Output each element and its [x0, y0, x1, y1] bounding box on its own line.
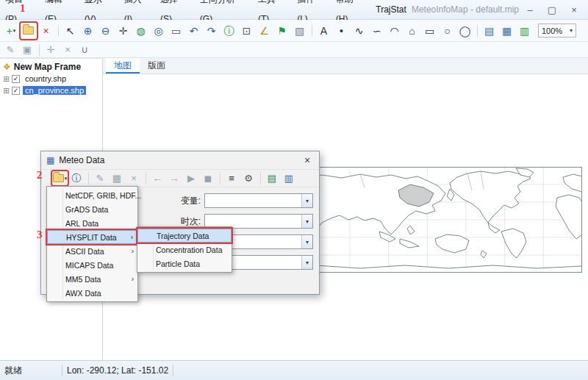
- data-info-icon[interactable]: ⓘ: [69, 171, 85, 185]
- separator: [312, 25, 312, 37]
- zoom-to-layer-icon[interactable]: ◎: [151, 23, 167, 39]
- insert-image-icon[interactable]: ▧: [292, 23, 308, 39]
- field-combobox[interactable]: ▾: [204, 193, 313, 208]
- remove-layer-icon[interactable]: ×: [38, 23, 54, 39]
- polyline-tool-icon[interactable]: ∿: [351, 23, 368, 39]
- tab-layout[interactable]: 版面: [140, 58, 173, 74]
- new-layer-icon[interactable]: + ▾: [3, 23, 19, 39]
- menu-item-label: HYSPLIT Data: [66, 233, 117, 242]
- icon-glyph: ▶: [187, 173, 195, 183]
- curve-tool-icon[interactable]: ∽: [369, 23, 385, 39]
- menu-item-hysplit[interactable]: HYSPLIT Data ›: [47, 230, 137, 244]
- draw-data-icon[interactable]: ✎: [93, 171, 108, 185]
- animate-icon[interactable]: ▶: [184, 171, 199, 185]
- stop-icon[interactable]: ◼: [201, 171, 216, 185]
- full-extent-icon[interactable]: ◍: [133, 23, 149, 39]
- expander-icon[interactable]: ⊞: [2, 87, 10, 95]
- delete-feature-icon[interactable]: ×: [60, 43, 76, 57]
- menu-trajstat[interactable]: TrajStat: [370, 0, 412, 20]
- tab-map[interactable]: 地图: [106, 58, 140, 74]
- status-bar: 就绪 Lon: -290.12; Lat: -151.02: [0, 360, 588, 380]
- create-layer-icon[interactable]: ▤: [265, 171, 280, 185]
- open-file-icon[interactable]: [21, 23, 37, 39]
- attribute-table-icon[interactable]: ▦: [499, 23, 515, 39]
- arc-tool-icon[interactable]: ◠: [387, 23, 403, 39]
- data-list-icon[interactable]: ≡: [224, 171, 240, 185]
- folder-glyph: [53, 174, 64, 182]
- dialog-title-bar[interactable]: ▦ Meteo Data ×: [41, 151, 319, 170]
- close-button[interactable]: ×: [563, 0, 585, 20]
- layer-country[interactable]: ⊞ ✓ country.shp: [0, 73, 102, 85]
- combo-arrow-icon[interactable]: ▾: [301, 215, 312, 228]
- menu-item-arl[interactable]: ARL Data: [47, 216, 137, 230]
- lasso-select-icon[interactable]: ∪: [77, 43, 93, 57]
- undo-icon[interactable]: ↶: [186, 23, 202, 39]
- label-icon[interactable]: ⚑: [274, 23, 290, 39]
- menu-item-label: ASCII Data: [65, 247, 104, 256]
- menu-item-grads[interactable]: GrADS Data: [47, 202, 137, 216]
- measure-icon[interactable]: ∠: [257, 23, 273, 39]
- layers-view-icon[interactable]: ▤: [481, 23, 498, 39]
- remove-data-icon[interactable]: ×: [126, 171, 142, 185]
- icon-glyph: ◎: [154, 26, 162, 36]
- settings-icon[interactable]: ⚙: [241, 171, 257, 185]
- icon-glyph: ✛: [119, 26, 128, 36]
- combo-arrow-icon[interactable]: ▾: [301, 194, 312, 207]
- dialog-toolbar: ▾ ⓘ ✎ ▦: [41, 170, 319, 187]
- menu-item-netcdf[interactable]: NetCDF, GRIB, HDF...: [47, 188, 137, 202]
- edit-toolbar-icons: ✎ ▣ ✛ ×: [2, 43, 93, 57]
- separator: [477, 25, 478, 37]
- identify-icon[interactable]: ⓘ: [221, 23, 237, 39]
- menu-item-micaps[interactable]: MICAPS Data: [47, 258, 137, 272]
- zoom-in-icon[interactable]: ⊕: [80, 23, 96, 39]
- icon-glyph: ○: [444, 26, 450, 36]
- zoom-window-icon[interactable]: ▭: [168, 23, 184, 39]
- combo-arrow-icon[interactable]: ▾: [301, 256, 312, 269]
- combo-arrow-icon[interactable]: ▾: [301, 235, 312, 248]
- select-tool-icon[interactable]: ↖: [62, 23, 79, 39]
- menu-item-ascii[interactable]: ASCII Data ›: [47, 244, 137, 258]
- save-edits-icon[interactable]: ▣: [20, 43, 35, 57]
- icon-glyph: ∿: [355, 26, 364, 36]
- layer-cn-province[interactable]: ⊞ ✓ cn_province.shp: [0, 85, 102, 96]
- zoom-level-combo[interactable]: 100% ▾: [538, 24, 576, 37]
- ellipse-tool-icon[interactable]: ◯: [457, 23, 473, 39]
- report-icon[interactable]: ▥: [517, 23, 533, 39]
- circle-tool-icon[interactable]: ○: [440, 23, 456, 39]
- icon-glyph: ✎: [7, 45, 15, 54]
- submenu-item-particle[interactable]: Particle Data: [137, 257, 232, 270]
- select-feature-icon[interactable]: ⊡: [239, 23, 255, 39]
- icon-glyph: •: [340, 26, 343, 36]
- icon-glyph: ⊡: [243, 26, 251, 36]
- minimize-button[interactable]: –: [519, 0, 541, 20]
- open-meteo-data-icon[interactable]: ▾: [52, 171, 68, 185]
- menu-item-mm5[interactable]: MM5 Data ›: [47, 272, 137, 286]
- edit-start-icon[interactable]: ✎: [3, 43, 18, 57]
- create-chart-icon[interactable]: ▥: [282, 171, 297, 185]
- move-feature-icon[interactable]: ✛: [43, 43, 59, 57]
- map-frame-node[interactable]: ❖ New Map Frame: [0, 60, 102, 73]
- pan-icon[interactable]: ✛: [115, 23, 132, 39]
- rectangle-tool-icon[interactable]: ▭: [422, 23, 438, 39]
- icon-glyph: ↶: [190, 26, 198, 36]
- zoom-out-icon[interactable]: ⊖: [98, 23, 114, 39]
- previous-time-icon[interactable]: ←: [150, 171, 165, 185]
- polygon-tool-icon[interactable]: ⌂: [404, 23, 420, 39]
- submenu-item-trajectory[interactable]: Trajectory Data: [137, 229, 232, 243]
- icon-glyph: ⌂: [409, 26, 415, 36]
- dialog-close-button[interactable]: ×: [301, 154, 314, 166]
- layer-visibility-checkbox[interactable]: ✓: [12, 87, 20, 95]
- view-table-icon[interactable]: ▦: [110, 171, 125, 185]
- maximize-button[interactable]: ▢: [541, 0, 563, 20]
- menu-item-awx[interactable]: AWX Data: [47, 286, 137, 300]
- redo-icon[interactable]: ↷: [204, 23, 220, 39]
- next-time-icon[interactable]: →: [167, 171, 182, 185]
- check-mark-icon: ✓: [13, 76, 19, 82]
- icon-glyph: A: [320, 26, 327, 36]
- text-tool-icon[interactable]: A: [316, 23, 332, 39]
- point-tool-icon[interactable]: •: [334, 23, 350, 39]
- icon-glyph: ↷: [207, 26, 216, 36]
- layer-visibility-checkbox[interactable]: ✓: [12, 75, 20, 83]
- submenu-item-concentration[interactable]: Concentration Data: [137, 243, 232, 257]
- expander-icon[interactable]: ⊞: [2, 75, 10, 83]
